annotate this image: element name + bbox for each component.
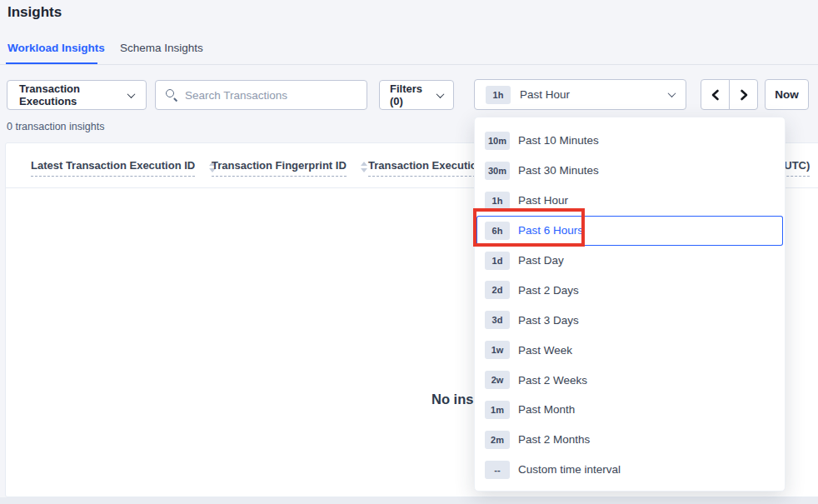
time-interval-option-badge: 2m	[485, 431, 510, 449]
time-interval-option-badge: 2d	[485, 281, 510, 299]
page-bottom-edge	[0, 497, 818, 504]
column-header-label: Transaction Fingerprint ID	[212, 159, 347, 177]
time-interval-option-label: Past 2 Weeks	[518, 374, 587, 387]
chevron-down-icon	[668, 89, 676, 97]
time-interval-option-badge: --	[485, 461, 510, 479]
column-header-latest-transaction-execution-id[interactable]: Latest Transaction Execution ID	[31, 159, 216, 177]
filters-button[interactable]: Filters (0)	[379, 80, 454, 110]
page-title: Insights	[7, 4, 62, 21]
time-interval-option-label: Past 10 Minutes	[518, 134, 599, 147]
time-interval-label: Past Hour	[520, 88, 570, 101]
transaction-type-select[interactable]: Transaction Executions	[7, 80, 147, 110]
filters-label: Filters (0)	[390, 82, 437, 107]
time-interval-option-label: Past 2 Months	[518, 433, 590, 446]
time-interval-option-badge: 2w	[485, 371, 510, 389]
time-interval-select[interactable]: 1h Past Hour	[474, 79, 686, 110]
time-interval-option[interactable]: 10m Past 10 Minutes	[475, 126, 785, 156]
time-interval-option-label: Past Day	[518, 254, 564, 267]
now-button[interactable]: Now	[765, 79, 809, 110]
time-interval-option-label: Past 30 Minutes	[518, 164, 599, 177]
time-interval-option-badge: 1w	[485, 341, 510, 359]
time-interval-option[interactable]: 2w Past 2 Weeks	[475, 365, 785, 395]
time-interval-option-label: Past 3 Days	[518, 314, 579, 327]
time-interval-option[interactable]: 1h Past Hour	[475, 186, 785, 216]
chevron-left-icon	[711, 89, 721, 101]
time-interval-option-badge: 30m	[485, 162, 510, 180]
chevron-down-icon	[127, 90, 136, 98]
previous-interval-button[interactable]	[701, 79, 730, 110]
time-interval-option[interactable]: 30m Past 30 Minutes	[475, 156, 785, 186]
time-interval-option-badge: 1m	[485, 401, 510, 419]
column-header-label: Latest Transaction Execution ID	[31, 159, 195, 177]
time-interval-option-label: Past 2 Days	[518, 284, 579, 297]
tab-schema-insights[interactable]: Schema Insights	[120, 42, 203, 54]
time-interval-option[interactable]: 2d Past 2 Days	[475, 275, 785, 305]
search-box[interactable]	[155, 80, 367, 110]
sort-icon[interactable]	[361, 162, 367, 172]
time-interval-option-badge: 1d	[485, 252, 510, 270]
time-interval-option[interactable]: 1w Past Week	[475, 335, 785, 365]
time-interval-option[interactable]: 1m Past Month	[475, 395, 785, 425]
column-header-label: Transaction Execution	[368, 159, 484, 177]
time-interval-option-badge: 3d	[485, 311, 510, 329]
time-pager	[701, 79, 758, 110]
tab-workload-insights[interactable]: Workload Insights	[7, 42, 105, 54]
time-interval-option-label: Past 6 Hours	[518, 224, 583, 237]
time-interval-option-label: Past Hour	[518, 194, 568, 207]
time-interval-option[interactable]: 1d Past Day	[475, 246, 785, 276]
time-interval-option[interactable]: 6h Past 6 Hours	[476, 216, 783, 246]
column-header-transaction-fingerprint-id[interactable]: Transaction Fingerprint ID	[212, 159, 367, 177]
next-interval-button[interactable]	[729, 79, 758, 110]
transaction-type-label: Transaction Executions	[19, 82, 128, 107]
chevron-down-icon	[436, 90, 445, 98]
time-interval-option[interactable]: -- Custom time interval	[475, 455, 785, 485]
search-icon	[166, 89, 177, 101]
time-interval-badge: 1h	[486, 86, 511, 104]
time-interval-option-label: Past Week	[518, 344, 572, 357]
time-interval-option-label: Custom time interval	[518, 463, 621, 476]
time-interval-option[interactable]: 3d Past 3 Days	[475, 305, 785, 335]
chevron-right-icon	[739, 89, 749, 101]
time-interval-option-badge: 10m	[485, 132, 510, 150]
time-interval-dropdown: 10m Past 10 Minutes 30m Past 30 Minutes …	[474, 117, 786, 492]
search-input[interactable]	[185, 89, 357, 102]
time-interval-option-label: Past Month	[518, 403, 575, 416]
time-interval-option[interactable]: 2m Past 2 Months	[475, 425, 785, 455]
time-interval-option-badge: 6h	[485, 222, 510, 240]
time-interval-option-badge: 1h	[485, 192, 510, 210]
time-dropdown-list: 10m Past 10 Minutes 30m Past 30 Minutes …	[475, 126, 785, 485]
insights-count: 0 transaction insights	[7, 121, 104, 132]
tabbar-divider	[0, 64, 818, 65]
